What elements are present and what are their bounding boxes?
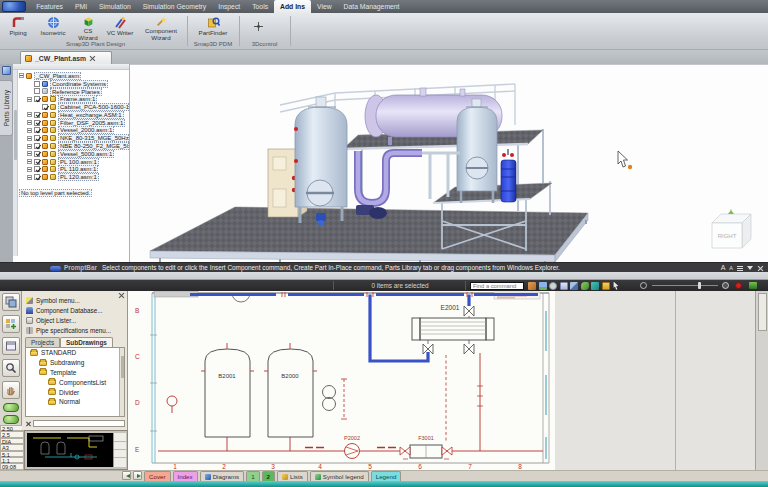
pathfinder-scrollbar[interactable] <box>13 70 18 256</box>
promptbar-close-icon[interactable] <box>757 265 764 272</box>
tree-row-vessel-2000[interactable]: Vessel_2000.asm:1 <box>19 127 129 135</box>
tab-view[interactable]: View <box>311 0 338 13</box>
checkbox[interactable] <box>34 96 40 102</box>
window-layout-icon[interactable] <box>570 282 578 290</box>
tree-row-pl100[interactable]: PL 100.asm:1 <box>19 158 129 166</box>
checkbox[interactable] <box>34 143 40 149</box>
tree-row-reference-planes[interactable]: Reference Planes <box>19 88 129 96</box>
switch-view-icon[interactable] <box>591 282 599 290</box>
checkbox[interactable] <box>34 88 40 94</box>
tab-simulation-geometry[interactable]: Simulation Geometry <box>137 0 212 13</box>
folder-normal[interactable]: Normal <box>26 397 124 407</box>
expander-icon[interactable] <box>27 136 32 141</box>
select-cursor-icon[interactable] <box>612 282 620 290</box>
component-database-button[interactable]: Component Database... <box>26 306 124 315</box>
checkbox[interactable] <box>34 127 40 133</box>
tab-tools[interactable]: Tools <box>246 0 274 13</box>
green-tool-button[interactable] <box>3 403 19 412</box>
vc-writer-button[interactable]: VC Writer <box>106 15 134 41</box>
expander-icon[interactable] <box>27 175 32 180</box>
subdrawing-filter-input[interactable] <box>33 420 125 427</box>
folder-standard[interactable]: STANDARD <box>26 348 124 358</box>
tab-scroll-right-button[interactable] <box>133 471 142 480</box>
sheet-tab-1[interactable]: 1 <box>246 471 259 481</box>
pan-tool-button[interactable] <box>2 381 20 399</box>
component-insert-button[interactable] <box>2 315 20 333</box>
tree-row-cabinet[interactable]: Cabinet_PCA-500-1600-1900_grey.par:1 <box>19 103 129 111</box>
sheet-tab-symbol-legend[interactable]: Symbol legend <box>310 471 369 481</box>
drawing-preview[interactable] <box>24 430 128 470</box>
checkbox[interactable] <box>34 151 40 157</box>
open-folder-icon[interactable] <box>602 282 610 290</box>
folder-subdrawing[interactable]: Subdrawing <box>26 358 124 368</box>
tree-row-pl120[interactable]: PL 120.asm:1 <box>19 173 129 181</box>
clear-filter-icon[interactable] <box>25 421 31 427</box>
checkbox[interactable] <box>34 135 40 141</box>
tab-close-icon[interactable] <box>89 55 96 62</box>
tree-row-vessel-5000[interactable]: Vessel_5000.asm:1 <box>19 150 129 158</box>
pan-icon[interactable] <box>528 282 536 290</box>
sheet-tab-2[interactable]: 2 <box>262 471 275 481</box>
expander-icon[interactable] <box>27 151 32 156</box>
checkbox[interactable] <box>34 159 40 165</box>
panel-toggle-button[interactable] <box>2 293 20 311</box>
view-styles-icon[interactable] <box>539 282 547 290</box>
tree-row-heat-exchange[interactable]: Heat_exchange.ASM:1 <box>19 111 129 119</box>
sheet-tab-lists[interactable]: Lists <box>277 471 308 481</box>
zoom-out-icon[interactable] <box>640 282 647 289</box>
tab-data-management[interactable]: Data Management <box>338 0 406 13</box>
folder-template[interactable]: Template <box>26 368 124 378</box>
folder-divider[interactable]: Divider <box>26 387 124 397</box>
sheet-tab-legend[interactable]: Legend <box>371 471 402 481</box>
tab-add-ins[interactable]: Add Ins <box>274 0 311 13</box>
zoom-slider[interactable] <box>652 285 718 286</box>
zoom-slider-thumb[interactable] <box>698 282 701 289</box>
pathfinder-icon[interactable] <box>2 66 11 75</box>
expander-icon[interactable] <box>19 73 24 78</box>
sheet-tab-index[interactable]: Index <box>173 471 198 481</box>
record-icon[interactable] <box>735 282 742 289</box>
3d-viewport[interactable]: RIGHT <box>130 64 768 262</box>
view-orientation-cube[interactable]: RIGHT <box>712 209 751 248</box>
promptbar-icon[interactable] <box>50 266 61 271</box>
sheet-tab-diagrams[interactable]: Diagrams <box>200 471 244 481</box>
canvas-scrollbar[interactable] <box>755 291 768 470</box>
tab-subdrawings[interactable]: SubDrawings <box>60 337 113 347</box>
checkbox[interactable] <box>34 81 40 87</box>
pipe-specifications-button[interactable]: Pipe specifications menu... <box>26 326 124 335</box>
parts-library-tab[interactable]: Parts Library <box>0 80 13 136</box>
green-tool2-button[interactable] <box>3 415 19 424</box>
find-command-input[interactable] <box>470 282 524 290</box>
checkbox[interactable] <box>42 104 48 110</box>
checkbox[interactable] <box>34 174 40 180</box>
isometric-button[interactable]: Isometric <box>36 15 70 41</box>
upload-icon[interactable] <box>749 282 757 289</box>
expander-icon[interactable] <box>27 128 32 133</box>
tree-scrollbar[interactable] <box>119 348 124 416</box>
checkbox[interactable] <box>34 166 40 172</box>
object-lister-button[interactable]: Object Lister... <box>26 316 124 325</box>
pid-canvas[interactable]: B C D E 1 2 3 4 5 6 7 8 E2001 <box>128 291 768 470</box>
tree-row-nbe-pump[interactable]: NBE 80-250_F2_MGE_50Hz_4P_7kW.asm:1 <box>19 142 129 150</box>
expander-icon[interactable] <box>27 167 32 172</box>
tree-row-coordinate-systems[interactable]: Coordinate Systems <box>19 80 129 88</box>
tab-scroll-left-button[interactable] <box>122 471 131 480</box>
shaded-view-icon[interactable] <box>581 282 589 290</box>
3dcontrol-button[interactable] <box>252 19 265 32</box>
tab-pmi[interactable]: PMI <box>69 0 93 13</box>
tree-row-pl110[interactable]: PL 110.asm:1 <box>19 166 129 174</box>
mail-icon[interactable] <box>560 282 568 290</box>
component-wizard-button[interactable]: Component Wizard <box>138 15 184 41</box>
tree-row-frame[interactable]: Frame.asm:1 <box>19 95 129 103</box>
tree-row-nke-pump[interactable]: NKE_80-315_MGE_50Hz_4P_18kw.asm:1 <box>19 134 129 142</box>
document-tab[interactable]: _CW_Plant.asm <box>20 51 112 64</box>
piping-button[interactable]: Piping <box>4 15 32 41</box>
zoom-fit-icon[interactable] <box>722 282 729 289</box>
tab-projects[interactable]: Projects <box>25 337 60 347</box>
partfinder-button[interactable]: PartFinder <box>192 15 234 41</box>
zoom-area-icon[interactable] <box>549 282 557 290</box>
sheet-tab-cover[interactable]: Cover <box>144 471 171 481</box>
collapse-icon[interactable] <box>747 266 753 270</box>
expander-icon[interactable] <box>27 120 32 125</box>
application-menu-button[interactable] <box>2 1 26 12</box>
